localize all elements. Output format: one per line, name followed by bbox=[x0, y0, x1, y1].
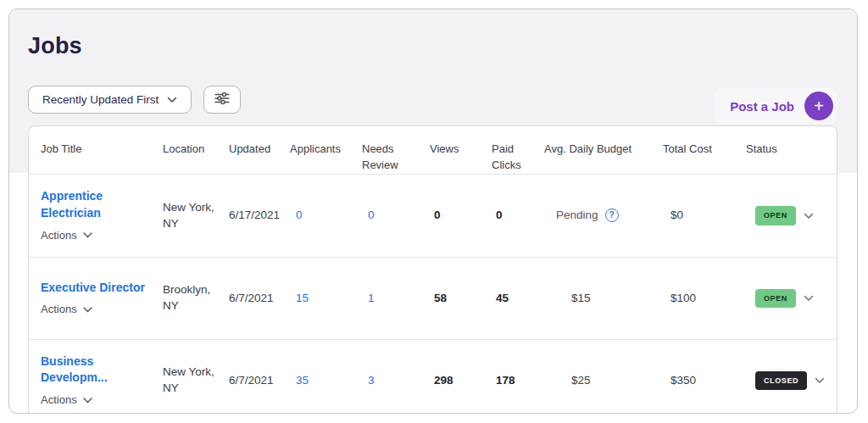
actions-dropdown[interactable]: Actions bbox=[41, 392, 156, 408]
cell-job-title: Business Developm... Actions bbox=[41, 353, 163, 408]
table-row: Apprentice Electrician Actions New York,… bbox=[29, 175, 837, 257]
status-badge[interactable]: CLOSED bbox=[755, 371, 807, 391]
chevron-down-icon[interactable] bbox=[804, 295, 814, 302]
budget-amount: $25 bbox=[556, 373, 591, 389]
cell-avg-daily-budget: $15 bbox=[544, 291, 663, 307]
cell-paid-clicks: 45 bbox=[492, 291, 544, 307]
needs-review-count-link[interactable]: 0 bbox=[362, 208, 430, 224]
job-title-link[interactable]: Business Developm... bbox=[41, 353, 156, 387]
cell-location: New York, NY bbox=[163, 365, 229, 397]
actions-label: Actions bbox=[41, 228, 77, 243]
needs-review-count-link[interactable]: 1 bbox=[362, 291, 430, 307]
filter-button[interactable] bbox=[203, 86, 241, 114]
column-header-updated: Updated bbox=[229, 126, 290, 158]
cell-updated: 6/7/2021 bbox=[229, 291, 290, 307]
job-title-link[interactable]: Executive Director bbox=[41, 280, 145, 297]
cell-location: Brooklyn, NY bbox=[163, 282, 229, 314]
jobs-table: Job Title Location Updated Applicants Ne… bbox=[28, 125, 837, 414]
column-header-status: Status bbox=[746, 126, 837, 158]
actions-dropdown[interactable]: Actions bbox=[41, 302, 156, 317]
chevron-down-icon bbox=[83, 398, 92, 404]
applicants-count-link[interactable]: 35 bbox=[290, 373, 362, 389]
table-row: Executive Director Actions Brooklyn, NY … bbox=[29, 257, 837, 339]
cell-status: OPEN bbox=[746, 206, 837, 225]
column-header-total-cost: Total Cost bbox=[663, 126, 746, 158]
applicants-count-link[interactable]: 15 bbox=[290, 291, 362, 307]
column-header-paid-clicks: Paid Clicks bbox=[492, 126, 544, 174]
cell-views: 298 bbox=[430, 373, 492, 389]
column-header-location: Location bbox=[163, 126, 229, 158]
actions-dropdown[interactable]: Actions bbox=[41, 228, 156, 243]
column-header-job-title: Job Title bbox=[41, 126, 163, 158]
cell-paid-clicks: 0 bbox=[492, 208, 544, 224]
column-header-views: Views bbox=[430, 126, 492, 158]
cell-total-cost: $0 bbox=[663, 208, 746, 224]
budget-amount: $15 bbox=[556, 291, 591, 307]
chevron-down-icon bbox=[83, 307, 92, 313]
actions-label: Actions bbox=[41, 392, 77, 408]
cell-avg-daily-budget: $25 bbox=[544, 373, 663, 389]
table-header-row: Job Title Location Updated Applicants Ne… bbox=[29, 126, 837, 175]
chevron-down-icon[interactable] bbox=[804, 213, 814, 220]
post-a-job-button[interactable]: Post a Job + bbox=[715, 88, 837, 124]
job-title-link[interactable]: Apprentice Electrician bbox=[41, 188, 156, 221]
cell-total-cost: $350 bbox=[663, 373, 746, 389]
toolbar: Recently Updated First bbox=[28, 86, 241, 114]
column-header-applicants: Applicants bbox=[290, 126, 362, 158]
cell-job-title: Executive Director Actions bbox=[41, 280, 163, 318]
jobs-dashboard-window: Jobs Recently Updated First Post a Job bbox=[8, 8, 858, 414]
status-badge[interactable]: OPEN bbox=[755, 289, 796, 309]
plus-icon[interactable]: + bbox=[804, 92, 833, 120]
cell-updated: 6/17/2021 bbox=[229, 208, 290, 224]
chevron-down-icon bbox=[167, 97, 177, 103]
post-a-job-label[interactable]: Post a Job bbox=[730, 99, 794, 114]
cell-updated: 6/7/2021 bbox=[229, 373, 290, 389]
cell-views: 0 bbox=[430, 208, 492, 224]
cell-avg-daily-budget: Pending ? bbox=[544, 208, 663, 224]
cell-job-title: Apprentice Electrician Actions bbox=[41, 188, 163, 242]
actions-label: Actions bbox=[41, 302, 77, 317]
chevron-down-icon[interactable] bbox=[815, 377, 825, 384]
cell-status: OPEN bbox=[746, 289, 837, 309]
column-header-needs-review: Needs Review bbox=[362, 126, 430, 174]
page-title: Jobs bbox=[28, 33, 82, 59]
sliders-icon bbox=[214, 92, 230, 109]
sort-dropdown-value: Recently Updated First bbox=[42, 93, 159, 106]
cell-status: CLOSED bbox=[746, 371, 837, 391]
table-row: Business Developm... Actions New York, N… bbox=[29, 339, 837, 414]
help-icon[interactable]: ? bbox=[605, 209, 619, 222]
needs-review-count-link[interactable]: 3 bbox=[362, 373, 430, 389]
status-badge[interactable]: OPEN bbox=[755, 206, 796, 225]
cell-views: 58 bbox=[430, 291, 492, 307]
budget-pending-text: Pending bbox=[556, 208, 598, 224]
column-header-avg-daily-budget: Avg. Daily Budget bbox=[544, 126, 663, 158]
cell-total-cost: $100 bbox=[663, 291, 746, 307]
cell-location: New York, NY bbox=[163, 200, 229, 232]
applicants-count-link[interactable]: 0 bbox=[290, 208, 362, 224]
cell-paid-clicks: 178 bbox=[492, 373, 544, 389]
sort-dropdown[interactable]: Recently Updated First bbox=[28, 86, 192, 114]
chevron-down-icon bbox=[83, 232, 92, 238]
